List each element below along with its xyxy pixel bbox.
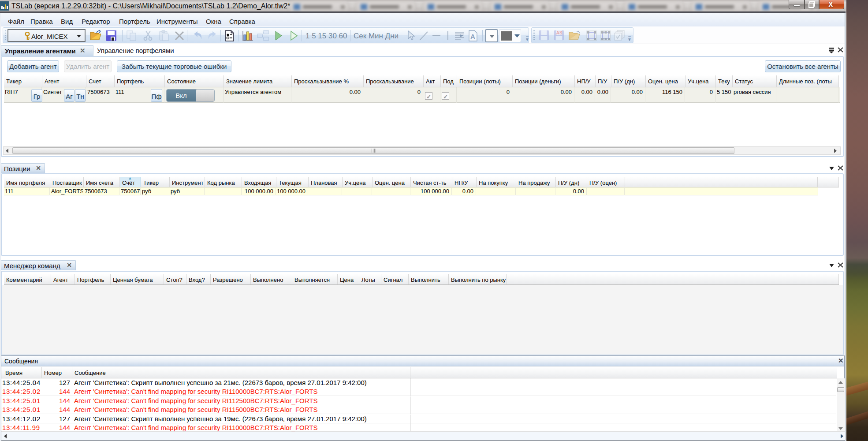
- svg-text:AS: AS: [556, 30, 563, 35]
- svg-text:A: A: [470, 33, 475, 40]
